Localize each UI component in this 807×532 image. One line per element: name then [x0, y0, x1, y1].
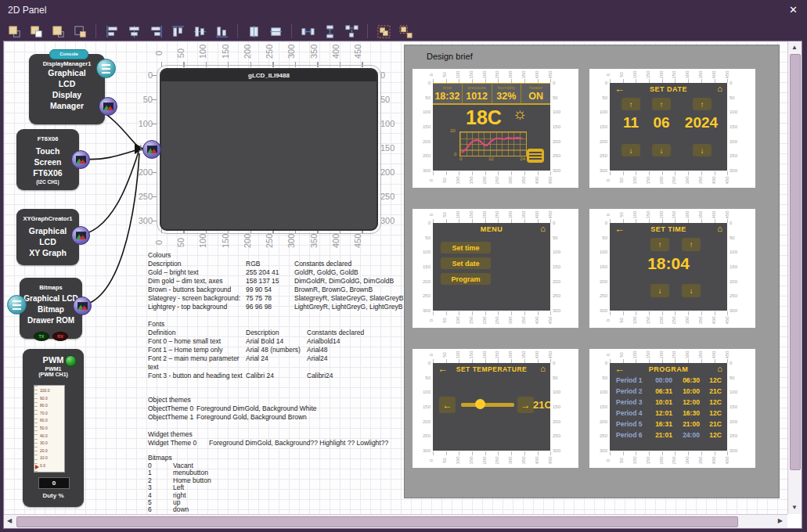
temperature-slider-knob[interactable] [475, 399, 485, 409]
tick-label: 150 [643, 317, 654, 325]
hours-down-button[interactable]: ↓ [650, 284, 669, 297]
home-icon[interactable]: ⌂ [717, 224, 722, 233]
home-icon[interactable]: ⌂ [540, 364, 546, 373]
hours-up-button[interactable]: ↑ [650, 238, 669, 251]
bring-forward-icon[interactable] [49, 23, 67, 39]
vertical-scrollbar[interactable]: ▲ ▼ [787, 41, 802, 514]
program-button[interactable]: Program [441, 273, 491, 285]
tick-label: 400 [533, 457, 543, 465]
year-down-button[interactable]: ↓ [693, 144, 712, 156]
notes-cell: Font 3 - button and heading text [148, 372, 246, 380]
horizontal-scrollbar-thumb[interactable] [16, 516, 738, 527]
component-title: Bitmaps [20, 284, 82, 291]
temperature-increase-button[interactable]: → [517, 397, 534, 413]
month-up-button[interactable]: ↑ [652, 98, 671, 110]
component-touch-screen[interactable]: FT6X06 Touch Screen FT6X06 (I2C CH1) [16, 129, 79, 190]
tick-label: 200 [590, 278, 607, 286]
screen-title: PROGRAM [610, 365, 727, 373]
tick-label: 400 [533, 351, 543, 359]
horizontal-scrollbar[interactable]: ◀ ▶ [4, 514, 787, 528]
day-down-button[interactable]: ↓ [621, 144, 640, 156]
program-row[interactable]: Period 100:0006:3012C [616, 376, 726, 384]
pwm-led-icon [65, 355, 77, 367]
tick-label: 50 [617, 177, 627, 185]
tick-label: 50 [590, 374, 607, 382]
center-vertical-icon[interactable] [267, 23, 284, 39]
send-to-back-icon[interactable] [27, 23, 45, 39]
scroll-left-icon[interactable]: ◀ [7, 518, 12, 524]
align-center-icon[interactable] [125, 23, 142, 39]
tick-label: 100 [630, 351, 640, 359]
tick-label: 50 [440, 457, 450, 465]
display-port-icon[interactable] [73, 297, 92, 315]
send-backward-icon[interactable] [71, 23, 88, 39]
set-date-button[interactable]: Set date [441, 257, 491, 269]
program-row[interactable]: Period 206:3110:0021C [616, 387, 726, 395]
scroll-up-icon[interactable]: ▲ [791, 45, 798, 51]
glcd-input-port-icon[interactable] [142, 140, 161, 159]
distribute-icon[interactable] [343, 23, 360, 39]
program-row[interactable]: Period 621:0124:0012C [616, 431, 726, 439]
design-card-set-time: 050100150200250300350400450 050100150200… [589, 209, 755, 328]
tick-label: 300 [413, 447, 431, 455]
align-middle-icon[interactable] [191, 23, 208, 39]
pwm-slider-marker-icon[interactable] [35, 465, 39, 469]
align-top-icon[interactable] [169, 23, 186, 39]
year-up-button[interactable]: ↑ [693, 98, 712, 110]
display-port-icon[interactable] [99, 97, 117, 116]
ungroup-icon[interactable] [397, 23, 414, 39]
panel-canvas[interactable]: Console DisplayManager1 Graphical LCD Di… [4, 41, 787, 514]
center-horizontal-icon[interactable] [245, 23, 262, 39]
set-time-button[interactable]: Set time [441, 242, 491, 253]
component-title: DisplayManager1 [29, 60, 105, 67]
home-icon[interactable]: ⌂ [717, 84, 722, 93]
pwm-duty-slider[interactable]: 100.090.080.070.060.050.040.030.020.010.… [34, 385, 65, 473]
program-screen-mockup: ← PROGRAM ⌂ Period 100:0006:3012C Period… [610, 363, 727, 451]
bring-to-front-icon[interactable] [5, 23, 23, 39]
component-xy-graph[interactable]: XYGraphCreator1 Graphical LCD XY Graph [16, 209, 79, 265]
notes-object-themes: Object themes ObjectTheme 0Foreground Di… [148, 396, 408, 422]
month-down-button[interactable]: ↓ [652, 144, 671, 156]
tick-label: 200 [480, 211, 490, 219]
sun-icon: ☼ [513, 105, 527, 123]
align-bottom-icon[interactable] [213, 23, 230, 39]
home-icon[interactable]: ⌂ [717, 364, 722, 373]
tick-label: 100 [413, 108, 431, 116]
vertical-scrollbar-thumb[interactable] [790, 54, 801, 470]
menu-hamburger-icon[interactable] [527, 149, 544, 163]
home-icon[interactable]: ⌂ [540, 224, 546, 233]
tick-label: 250 [132, 192, 153, 201]
program-row[interactable]: Period 516:3121:0021C [616, 420, 726, 428]
glcd-display[interactable]: gLCD_ILI9488 [160, 68, 378, 231]
notes-heading: Widget themes [148, 430, 408, 439]
close-icon[interactable]: ✕ [789, 4, 798, 16]
align-right-icon[interactable] [147, 23, 164, 39]
space-down-icon[interactable] [321, 23, 338, 39]
temperature-slider-track[interactable] [461, 403, 514, 407]
program-row[interactable]: Period 412:0116:3012C [616, 409, 726, 417]
component-bitmap-drawer[interactable]: Bitmaps Graphical LCD Bitmap Drawer ROM … [20, 278, 82, 339]
home-screen-mockup: time18:32 pressure1012 humidity32% heate… [433, 83, 550, 171]
minutes-up-button[interactable]: ↑ [682, 238, 701, 251]
design-card-set-date: 050100150200250300350400450 050100150200… [589, 69, 755, 188]
space-across-icon[interactable] [299, 23, 316, 39]
component-pwm[interactable]: PWM PWM1 (PWM CH1) 100.090.080.070.060.0… [23, 349, 84, 507]
group-icon[interactable] [375, 23, 392, 39]
scroll-right-icon[interactable]: ▶ [778, 518, 783, 524]
tick-label: 300 [590, 167, 607, 174]
console-port-icon[interactable] [7, 295, 27, 315]
tick-label: 0 [153, 48, 171, 59]
program-row[interactable]: Period 310:0112:0012C [616, 398, 726, 406]
day-up-button[interactable]: ↑ [621, 98, 640, 110]
tick-label: 300 [683, 317, 694, 325]
console-badge[interactable]: Console [49, 49, 88, 59]
console-port-icon[interactable] [96, 59, 116, 78]
scroll-down-icon[interactable]: ▼ [791, 505, 798, 511]
tick-label: 250 [493, 457, 503, 465]
component-display-manager[interactable]: Console DisplayManager1 Graphical LCD Di… [29, 54, 105, 124]
align-left-icon[interactable] [103, 23, 121, 39]
display-port-icon[interactable] [71, 226, 90, 245]
display-port-icon[interactable] [71, 150, 90, 169]
temperature-decrease-button[interactable]: ← [439, 397, 456, 413]
minutes-down-button[interactable]: ↓ [682, 284, 701, 297]
